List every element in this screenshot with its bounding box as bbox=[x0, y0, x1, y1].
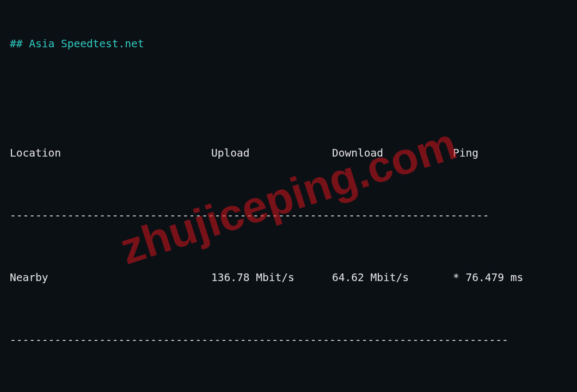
nearby-ping: * 76.479 ms bbox=[453, 270, 567, 286]
nearby-location: Nearby bbox=[10, 270, 211, 286]
header-download: Download bbox=[332, 146, 453, 161]
nearby-upload: 136.78 Mbit/s bbox=[211, 270, 332, 286]
nearby-row: Nearby 136.78 Mbit/s 64.62 Mbit/s * 76.4… bbox=[10, 270, 567, 286]
divider: ----------------------------------------… bbox=[10, 333, 567, 349]
terminal-output: ## Asia Speedtest.net Location Upload Do… bbox=[0, 0, 577, 392]
header-upload: Upload bbox=[211, 146, 332, 161]
header-location: Location bbox=[10, 146, 211, 161]
header-ping: Ping bbox=[453, 146, 567, 161]
nearby-download: 64.62 Mbit/s bbox=[332, 270, 453, 286]
blank-line bbox=[10, 83, 567, 99]
table-header-row: Location Upload Download Ping bbox=[10, 146, 567, 161]
watermark: zhujiceping.com bbox=[112, 111, 465, 281]
section-title: ## Asia Speedtest.net bbox=[10, 36, 567, 52]
divider: ----------------------------------------… bbox=[10, 208, 567, 224]
